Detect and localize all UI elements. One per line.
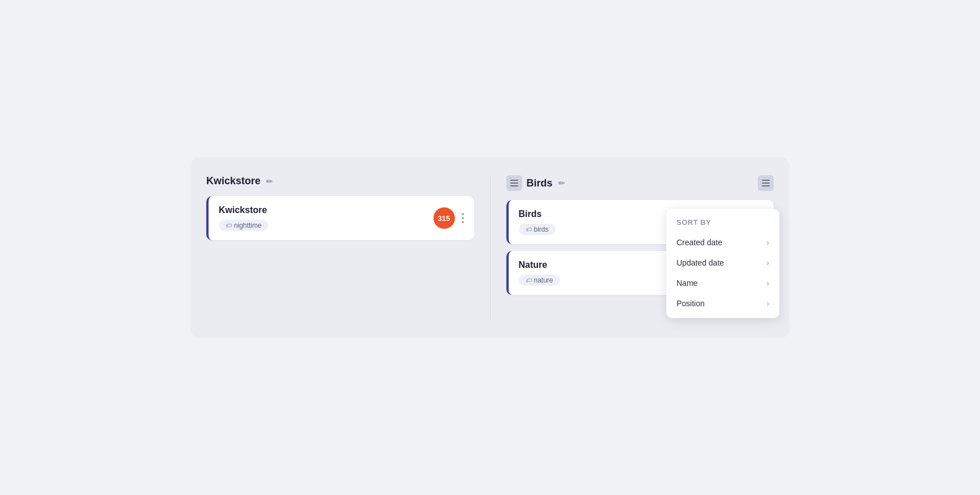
sort-icon-button[interactable]	[758, 175, 774, 191]
sort-label-name: Name	[677, 279, 697, 288]
tag-label-nature: nature	[534, 276, 553, 284]
svg-rect-2	[510, 185, 518, 186]
card-title-kwickstore: Kwickstore	[219, 205, 268, 215]
panel-title-kwickstore: Kwickstore	[206, 175, 261, 187]
card-content-birds: Birds 🏷 birds	[519, 209, 556, 235]
chevron-name: ›	[766, 279, 769, 288]
svg-rect-3	[762, 180, 770, 181]
more-menu-kwickstore[interactable]	[462, 213, 464, 223]
panel-kwickstore: Kwickstore ✏ Kwickstore 🏷 nighttime 315	[206, 175, 474, 320]
panel-header-kwickstore: Kwickstore ✏	[206, 175, 474, 187]
sort-item-name[interactable]: Name ›	[666, 273, 779, 293]
card-right-kwickstore: 315	[433, 207, 464, 229]
sort-item-position[interactable]: Position ›	[666, 293, 779, 314]
chevron-created-date: ›	[766, 238, 769, 247]
tag-icon-birds: 🏷	[526, 226, 532, 233]
tag-birds: 🏷 birds	[519, 224, 556, 235]
panel-title-birds: Birds	[527, 177, 553, 189]
tag-label-nighttime: nighttime	[234, 222, 262, 229]
card-content-nature: Nature 🏷 nature	[519, 260, 560, 286]
sort-dropdown: Sort By Created date › Updated date › Na…	[666, 209, 779, 318]
edit-icon-kwickstore[interactable]: ✏	[266, 177, 273, 186]
svg-rect-5	[762, 185, 770, 186]
card-title-birds: Birds	[519, 209, 556, 219]
divider-1	[490, 175, 491, 320]
dot2	[462, 217, 464, 219]
list-icon-birds	[506, 175, 522, 191]
main-container: Kwickstore ✏ Kwickstore 🏷 nighttime 315	[190, 157, 790, 338]
dot3	[462, 221, 464, 223]
sort-item-created-date[interactable]: Created date ›	[666, 232, 779, 253]
tag-icon-nighttime: 🏷	[226, 222, 232, 229]
sort-label-created-date: Created date	[677, 238, 722, 247]
chevron-updated-date: ›	[766, 258, 769, 267]
sort-label-updated-date: Updated date	[677, 258, 724, 267]
tag-icon-nature: 🏷	[526, 277, 532, 284]
svg-rect-1	[510, 183, 518, 184]
sort-item-updated-date[interactable]: Updated date ›	[666, 253, 779, 273]
edit-icon-birds[interactable]: ✏	[558, 179, 565, 188]
svg-rect-0	[510, 180, 518, 181]
card-title-nature: Nature	[519, 260, 560, 270]
card-content-kwickstore: Kwickstore 🏷 nighttime	[219, 205, 268, 231]
sort-menu-title: Sort By	[666, 218, 779, 232]
dot1	[462, 213, 464, 215]
tag-label-birds: birds	[534, 225, 549, 233]
chevron-position: ›	[766, 299, 769, 308]
tag-nighttime: 🏷 nighttime	[219, 220, 268, 231]
sort-label-position: Position	[677, 299, 705, 308]
card-kwickstore: Kwickstore 🏷 nighttime 315	[206, 196, 474, 240]
panel-birds: Birds ✏ Sort By Created date ›	[506, 175, 774, 320]
svg-rect-4	[762, 183, 770, 184]
tag-nature: 🏷 nature	[519, 275, 560, 286]
panel-header-birds: Birds ✏ Sort By Created date ›	[506, 175, 774, 191]
badge-kwickstore: 315	[433, 207, 455, 229]
